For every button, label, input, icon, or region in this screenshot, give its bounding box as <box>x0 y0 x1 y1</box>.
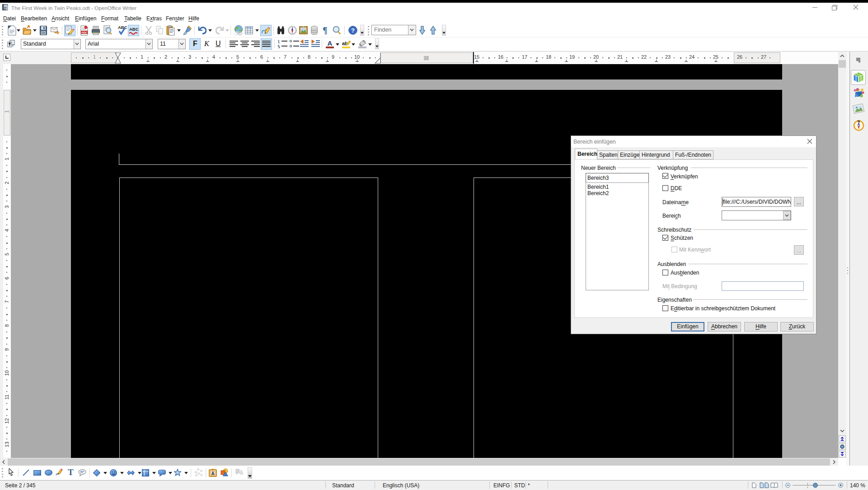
svg-text:?: ? <box>351 27 355 34</box>
svg-text:ABC: ABC <box>118 25 127 30</box>
svg-text:PDF: PDF <box>82 31 87 34</box>
svg-text:A: A <box>328 40 333 47</box>
svg-text:A: A <box>211 471 214 476</box>
svg-text:ab: ab <box>342 41 348 46</box>
svg-text:¶: ¶ <box>323 26 328 35</box>
svg-text:ABC: ABC <box>129 27 138 32</box>
